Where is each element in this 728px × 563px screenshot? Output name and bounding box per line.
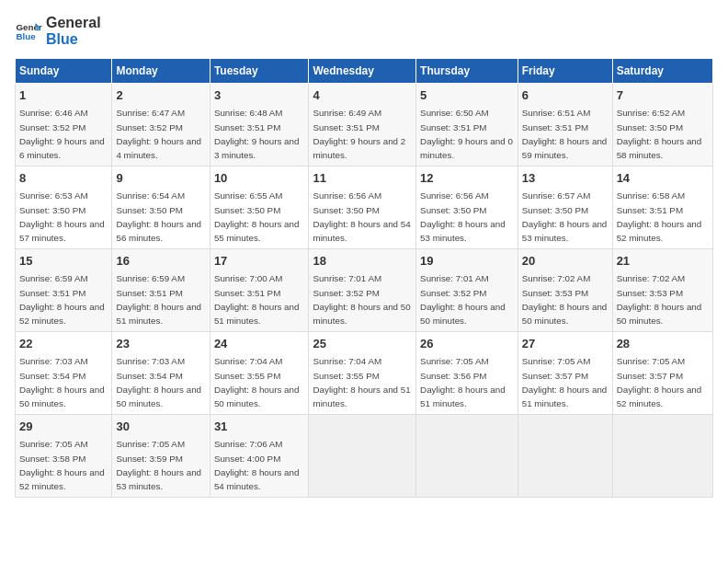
calendar-cell [518,415,612,498]
day-number: 20 [522,253,609,270]
calendar-cell: 8Sunrise: 6:53 AMSunset: 3:50 PMDaylight… [16,167,112,249]
calendar-week-row: 1Sunrise: 6:46 AMSunset: 3:52 PMDaylight… [16,84,713,167]
day-number: 30 [116,419,205,435]
day-number: 9 [116,170,205,187]
day-number: 28 [617,336,709,352]
day-info: Sunrise: 7:00 AMSunset: 3:51 PMDaylight:… [214,273,300,326]
day-number: 2 [116,87,205,104]
day-info: Sunrise: 7:02 AMSunset: 3:53 PMDaylight:… [522,273,608,326]
day-number: 19 [420,253,514,270]
day-info: Sunrise: 7:03 AMSunset: 3:54 PMDaylight:… [19,356,105,408]
day-info: Sunrise: 6:48 AMSunset: 3:51 PMDaylight:… [214,108,300,160]
day-info: Sunrise: 7:05 AMSunset: 3:59 PMDaylight:… [116,439,201,491]
calendar-cell: 26Sunrise: 7:05 AMSunset: 3:56 PMDayligh… [416,332,518,415]
calendar-cell: 29Sunrise: 7:05 AMSunset: 3:58 PMDayligh… [16,415,112,498]
day-number: 12 [420,170,514,187]
calendar-cell: 9Sunrise: 6:54 AMSunset: 3:50 PMDaylight… [112,167,210,249]
calendar-cell: 19Sunrise: 7:01 AMSunset: 3:52 PMDayligh… [416,249,518,332]
day-number: 4 [313,87,412,104]
day-info: Sunrise: 6:49 AMSunset: 3:51 PMDaylight:… [313,108,405,160]
day-info: Sunrise: 7:04 AMSunset: 3:55 PMDaylight:… [214,356,300,408]
day-info: Sunrise: 7:02 AMSunset: 3:53 PMDaylight:… [617,273,702,326]
day-number: 10 [214,170,305,187]
calendar-cell: 22Sunrise: 7:03 AMSunset: 3:54 PMDayligh… [16,332,112,415]
col-header-sunday: Sunday [16,59,112,84]
day-number: 16 [116,253,205,270]
day-number: 26 [420,336,514,352]
calendar-cell [309,415,416,498]
calendar-cell: 30Sunrise: 7:05 AMSunset: 3:59 PMDayligh… [112,415,210,498]
calendar-week-row: 8Sunrise: 6:53 AMSunset: 3:50 PMDaylight… [16,167,713,249]
day-info: Sunrise: 6:52 AMSunset: 3:50 PMDaylight:… [617,108,702,160]
day-info: Sunrise: 7:04 AMSunset: 3:55 PMDaylight:… [313,356,410,408]
calendar-cell: 21Sunrise: 7:02 AMSunset: 3:53 PMDayligh… [612,249,712,332]
calendar-week-row: 22Sunrise: 7:03 AMSunset: 3:54 PMDayligh… [16,332,713,415]
calendar-cell: 28Sunrise: 7:05 AMSunset: 3:57 PMDayligh… [612,332,712,415]
day-info: Sunrise: 6:59 AMSunset: 3:51 PMDaylight:… [19,273,105,326]
day-info: Sunrise: 6:58 AMSunset: 3:51 PMDaylight:… [617,190,702,243]
day-number: 11 [313,170,412,187]
calendar-week-row: 15Sunrise: 6:59 AMSunset: 3:51 PMDayligh… [16,249,713,332]
calendar-cell: 10Sunrise: 6:55 AMSunset: 3:50 PMDayligh… [210,167,309,249]
day-info: Sunrise: 7:01 AMSunset: 3:52 PMDaylight:… [313,273,410,326]
calendar-cell: 25Sunrise: 7:04 AMSunset: 3:55 PMDayligh… [309,332,416,415]
day-info: Sunrise: 7:01 AMSunset: 3:52 PMDaylight:… [420,273,506,326]
day-number: 27 [522,336,609,352]
calendar-cell: 6Sunrise: 6:51 AMSunset: 3:51 PMDaylight… [518,84,612,167]
calendar-cell: 23Sunrise: 7:03 AMSunset: 3:54 PMDayligh… [112,332,210,415]
calendar-cell: 13Sunrise: 6:57 AMSunset: 3:50 PMDayligh… [518,167,612,249]
header-row: SundayMondayTuesdayWednesdayThursdayFrid… [16,59,713,84]
day-number: 13 [522,170,609,187]
day-number: 6 [522,87,609,104]
day-info: Sunrise: 6:51 AMSunset: 3:51 PMDaylight:… [522,108,608,160]
day-number: 29 [19,419,108,435]
day-number: 25 [313,336,412,352]
day-info: Sunrise: 6:53 AMSunset: 3:50 PMDaylight:… [19,190,105,243]
calendar-table: SundayMondayTuesdayWednesdayThursdayFrid… [15,58,713,498]
day-info: Sunrise: 6:46 AMSunset: 3:52 PMDaylight:… [19,108,105,160]
col-header-tuesday: Tuesday [210,59,309,84]
day-number: 23 [116,336,205,352]
day-number: 1 [19,87,108,104]
day-number: 5 [420,87,514,104]
calendar-cell: 4Sunrise: 6:49 AMSunset: 3:51 PMDaylight… [309,84,416,167]
calendar-cell [416,415,518,498]
calendar-cell: 16Sunrise: 6:59 AMSunset: 3:51 PMDayligh… [112,249,210,332]
calendar-cell: 14Sunrise: 6:58 AMSunset: 3:51 PMDayligh… [612,167,712,249]
day-number: 21 [617,253,709,270]
calendar-week-row: 29Sunrise: 7:05 AMSunset: 3:58 PMDayligh… [16,415,713,498]
day-info: Sunrise: 7:03 AMSunset: 3:54 PMDaylight:… [116,356,201,408]
day-number: 24 [214,336,305,352]
col-header-monday: Monday [112,59,210,84]
calendar-cell: 5Sunrise: 6:50 AMSunset: 3:51 PMDaylight… [416,84,518,167]
calendar-cell: 2Sunrise: 6:47 AMSunset: 3:52 PMDaylight… [112,84,210,167]
col-header-wednesday: Wednesday [309,59,416,84]
day-info: Sunrise: 7:05 AMSunset: 3:58 PMDaylight:… [19,439,105,491]
day-number: 7 [617,87,709,104]
day-info: Sunrise: 6:56 AMSunset: 3:50 PMDaylight:… [420,190,506,243]
calendar-cell: 7Sunrise: 6:52 AMSunset: 3:50 PMDaylight… [612,84,712,167]
day-info: Sunrise: 6:56 AMSunset: 3:50 PMDaylight:… [313,190,410,243]
day-info: Sunrise: 6:47 AMSunset: 3:52 PMDaylight:… [116,108,201,160]
day-number: 31 [214,419,305,435]
day-info: Sunrise: 6:59 AMSunset: 3:51 PMDaylight:… [116,273,201,326]
calendar-cell: 24Sunrise: 7:04 AMSunset: 3:55 PMDayligh… [210,332,309,415]
day-info: Sunrise: 6:54 AMSunset: 3:50 PMDaylight:… [116,190,201,243]
col-header-friday: Friday [518,59,612,84]
day-number: 3 [214,87,305,104]
calendar-cell: 15Sunrise: 6:59 AMSunset: 3:51 PMDayligh… [16,249,112,332]
calendar-cell: 20Sunrise: 7:02 AMSunset: 3:53 PMDayligh… [518,249,612,332]
day-info: Sunrise: 7:05 AMSunset: 3:56 PMDaylight:… [420,356,506,408]
calendar-cell: 18Sunrise: 7:01 AMSunset: 3:52 PMDayligh… [309,249,416,332]
calendar-cell [612,415,712,498]
logo-icon: General Blue [15,17,42,45]
day-info: Sunrise: 6:57 AMSunset: 3:50 PMDaylight:… [522,190,608,243]
day-number: 14 [617,170,709,187]
day-number: 8 [19,170,108,187]
day-info: Sunrise: 7:06 AMSunset: 4:00 PMDaylight:… [214,439,300,491]
logo: General Blue General Blue [15,15,101,47]
col-header-saturday: Saturday [612,59,712,84]
calendar-cell: 27Sunrise: 7:05 AMSunset: 3:57 PMDayligh… [518,332,612,415]
page-header: General Blue General Blue [15,15,713,47]
svg-text:Blue: Blue [17,31,37,41]
